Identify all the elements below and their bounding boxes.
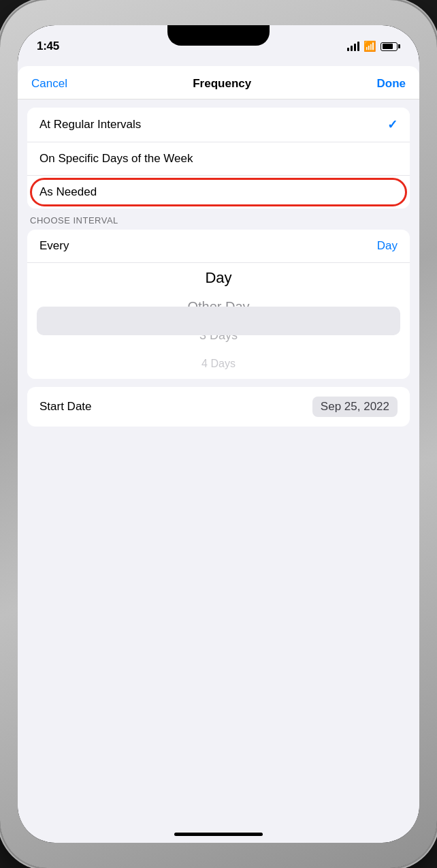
- start-date-section: Start Date Sep 25, 2022: [27, 387, 410, 427]
- start-date-label: Start Date: [39, 400, 92, 414]
- start-date-row[interactable]: Start Date Sep 25, 2022: [27, 387, 410, 427]
- interval-label: Every: [39, 239, 69, 253]
- bar3: [354, 44, 357, 51]
- nav-bar: Cancel Frequency Done: [18, 66, 419, 99]
- list-item[interactable]: As Needed: [27, 176, 410, 208]
- phone-frame: 1:45 📶: [0, 0, 437, 868]
- interval-value: Day: [377, 239, 398, 253]
- wifi-icon: 📶: [363, 40, 376, 52]
- content: Cancel Frequency Done At Regular Interva…: [18, 59, 419, 843]
- picker-item-3-days[interactable]: 3 Days: [27, 321, 410, 350]
- bar2: [351, 46, 353, 51]
- status-icons: 📶: [347, 40, 401, 52]
- frequency-list: At Regular Intervals ✓ On Specific Days …: [27, 108, 410, 208]
- bar1: [347, 48, 350, 51]
- picker-container[interactable]: Day Other Day 3 Days 4 Days: [27, 263, 410, 379]
- interval-row[interactable]: Every Day: [27, 230, 410, 263]
- bar4: [357, 42, 360, 51]
- list-item[interactable]: On Specific Days of the Week: [27, 142, 410, 176]
- option-regular-intervals: At Regular Intervals: [39, 118, 141, 131]
- battery-tip: [398, 44, 400, 48]
- option-as-needed: As Needed: [39, 185, 97, 199]
- interval-section: Every Day Day Other Day 3 Days 4 Days: [27, 230, 410, 379]
- checkmark-icon: ✓: [387, 117, 398, 132]
- page-title: Frequency: [193, 77, 251, 91]
- screen: 1:45 📶: [18, 25, 419, 843]
- picker-item-other-day[interactable]: Other Day: [27, 292, 410, 321]
- cancel-button[interactable]: Cancel: [31, 77, 67, 91]
- signal-icon: [347, 42, 360, 51]
- modal-sheet: Cancel Frequency Done At Regular Interva…: [18, 66, 419, 833]
- battery-fill: [383, 44, 393, 49]
- done-button[interactable]: Done: [377, 77, 406, 91]
- battery-icon: [381, 42, 400, 51]
- picker-item-day[interactable]: Day: [27, 264, 410, 292]
- start-date-value[interactable]: Sep 25, 2022: [312, 397, 398, 417]
- option-specific-days: On Specific Days of the Week: [39, 152, 193, 166]
- picker-area[interactable]: Day Other Day 3 Days 4 Days: [27, 263, 410, 379]
- home-indicator: [174, 833, 263, 836]
- phone-inner: 1:45 📶: [18, 25, 419, 843]
- list-item[interactable]: At Regular Intervals ✓: [27, 108, 410, 142]
- battery-body: [381, 42, 398, 51]
- picker-item-4-days[interactable]: 4 Days: [27, 350, 410, 378]
- status-bar: 1:45 📶: [18, 25, 419, 59]
- status-time: 1:45: [37, 40, 59, 53]
- section-header-interval: CHOOSE INTERVAL: [18, 208, 419, 230]
